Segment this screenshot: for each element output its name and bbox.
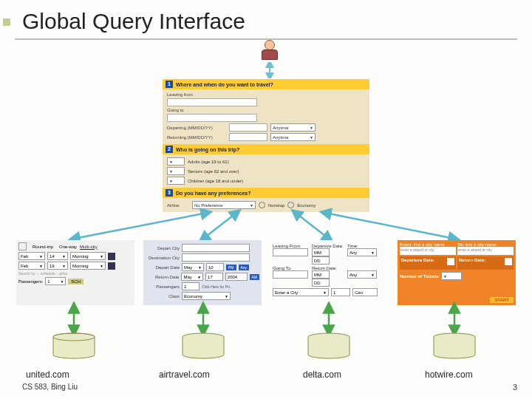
delta-goingto-input[interactable]: [273, 270, 308, 279]
airline-select[interactable]: No Preference▼: [192, 201, 256, 209]
adults-select[interactable]: ▼: [167, 157, 185, 166]
month2-select[interactable]: Feb▼: [18, 262, 45, 270]
nonstop-radio[interactable]: [259, 202, 265, 208]
anytime-value: Anytime: [273, 126, 289, 130]
any-button[interactable]: Any: [239, 265, 250, 270]
going-to-label: Going to: [167, 108, 226, 112]
retmon-select[interactable]: May▼: [181, 273, 203, 281]
time-select[interactable]: Morning▼: [70, 252, 106, 260]
can-value: Can: [355, 290, 363, 295]
section-3-title: Do you have any preferences?: [176, 191, 251, 196]
delta-time2-select[interactable]: Any▼: [347, 270, 377, 279]
database-icon-hotwire: [432, 332, 477, 359]
search-button[interactable]: SCH: [68, 279, 83, 284]
delta-num-select[interactable]: 1: [331, 288, 350, 296]
hw-to-input[interactable]: enter a airport or city: [457, 247, 514, 255]
class-label: Class: [146, 294, 180, 299]
anytime-value-2: Anytime: [273, 135, 289, 140]
hw-retdate-label: Return Date:: [459, 258, 485, 262]
depday-select[interactable]: 10: [206, 263, 224, 271]
mm-value: MM: [314, 250, 321, 255]
passengers-select[interactable]: 1▼: [45, 277, 66, 285]
site-label-hotwire: hotwire.com: [425, 369, 473, 380]
svg-line-3: [296, 213, 329, 239]
section-1-title: Where and when do you want to travel?: [176, 82, 273, 87]
hw-tickets-select[interactable]: ▼: [441, 272, 462, 280]
day-select[interactable]: 14▼: [47, 252, 68, 260]
calendar-icon-2[interactable]: [505, 258, 512, 265]
site-label-delta: delta.com: [303, 369, 341, 380]
database-icon-airtravel: [181, 332, 225, 359]
returning-time-select[interactable]: Anytime▼: [270, 133, 316, 141]
svg-line-4: [325, 213, 454, 239]
pax-select[interactable]: 1: [182, 282, 200, 290]
section-3-header: 3Do you have any preferences?: [163, 188, 369, 198]
delta-mm-select[interactable]: MM: [312, 248, 330, 256]
going-to-input[interactable]: [167, 114, 257, 122]
leaving-from-input[interactable]: [167, 98, 257, 106]
time2-select[interactable]: Morning▼: [70, 262, 106, 270]
footer: CS 583, Bing Liu: [22, 383, 78, 391]
destcity-label: Destination City: [146, 256, 180, 260]
click-link[interactable]: Click Here for Pri…: [202, 284, 233, 289]
pm-button[interactable]: PM: [226, 265, 236, 270]
retyr-select[interactable]: 2004: [225, 273, 248, 281]
delta-dd2-select[interactable]: DD: [312, 279, 330, 287]
feb2-value: Feb: [21, 264, 28, 268]
calendar2-icon[interactable]: [108, 262, 115, 270]
month-select[interactable]: Feb▼: [18, 252, 45, 260]
morning2-value: Morning: [72, 264, 89, 268]
departing-time-select[interactable]: Anytime▼: [270, 123, 316, 132]
delta-city-select[interactable]: Enter a City▼: [273, 288, 329, 296]
hw-findto-link[interactable]: find a city name: [466, 242, 497, 247]
departing-input[interactable]: [229, 123, 267, 132]
delta-can-select[interactable]: Can: [352, 288, 378, 296]
children-select[interactable]: ▼: [167, 177, 185, 185]
passengers-label: Passengers:: [18, 279, 43, 284]
delta-one-value: 1: [333, 290, 335, 295]
nonstop-label: Nonstop: [268, 203, 284, 208]
calendar-icon[interactable]: [447, 258, 454, 265]
multicity-link[interactable]: Multi-city: [80, 245, 98, 249]
may-value: May: [184, 265, 192, 270]
economy-radio[interactable]: [287, 202, 294, 208]
calendar-icon[interactable]: [108, 253, 115, 260]
delta-time-select[interactable]: Any▼: [347, 248, 377, 256]
feb-value: Feb: [21, 254, 28, 259]
site-label-airtravel: airtravel.com: [159, 369, 210, 380]
oneway-label: One-way: [59, 245, 77, 249]
d17-value: 17: [208, 275, 213, 279]
hw-findfrom-link[interactable]: find a city name: [414, 242, 445, 247]
depmon-select[interactable]: May▼: [182, 263, 204, 271]
returning-input[interactable]: [229, 133, 267, 141]
hw-retdate-box: Return Date:: [457, 256, 514, 270]
database-icon-delta: [307, 332, 351, 359]
morning-value: Morning: [72, 254, 89, 259]
depcity-input[interactable]: [182, 244, 250, 252]
global-query-form: 1Where and when do you want to travel? L…: [163, 79, 369, 211]
start-button[interactable]: START: [490, 297, 514, 303]
class-select[interactable]: Economy▼: [182, 292, 231, 300]
dd-value: DD: [314, 259, 321, 263]
page-number: 3: [513, 383, 517, 392]
day2-select[interactable]: 19▼: [47, 262, 68, 270]
delta-any-value: Any: [349, 250, 357, 255]
delta-mm2-select[interactable]: MM: [312, 270, 330, 279]
delta-leaving-input[interactable]: [273, 248, 308, 256]
adults-label: Adults (age 19 to 61): [188, 160, 229, 164]
seniors-label: Seniors (age 62 and over): [188, 169, 239, 174]
seniors-select[interactable]: ▼: [167, 167, 185, 175]
delta-any2-value: Any: [349, 273, 357, 277]
am-button[interactable]: AM: [250, 274, 260, 280]
pax-label: Passengers: [146, 284, 180, 289]
svg-line-2: [203, 213, 236, 239]
mm2-value: MM: [314, 273, 321, 277]
section-2-title: Who is going on this trip?: [176, 147, 239, 152]
destcity-input[interactable]: [182, 253, 250, 262]
hw-tickets-label: Number of Tickets:: [400, 274, 440, 279]
hw-to-label: To:: [457, 242, 464, 247]
hw-from-input[interactable]: enter a airport or city: [400, 247, 456, 255]
retday-select[interactable]: 17: [205, 273, 223, 281]
returning-label: Returning (MM/DD/YY): [167, 135, 226, 140]
delta-dd-select[interactable]: DD: [312, 256, 330, 265]
